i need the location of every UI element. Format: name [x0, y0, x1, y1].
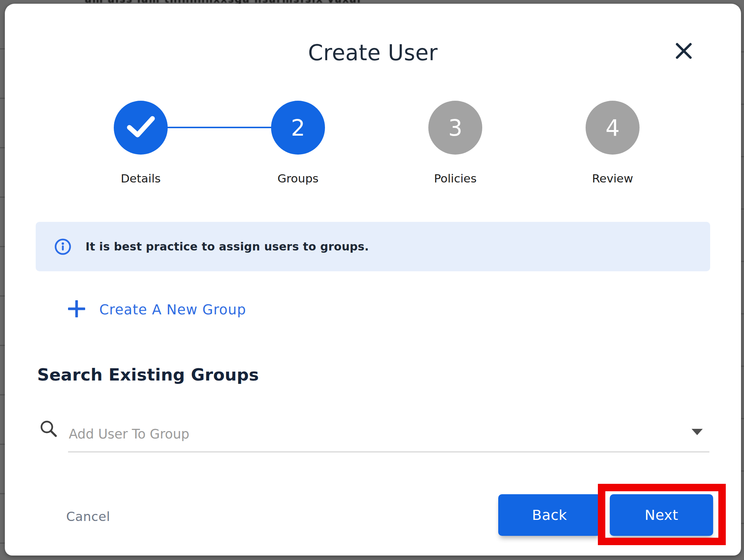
step-label: Policies	[434, 172, 477, 185]
info-banner-text: It is best practice to assign users to g…	[86, 240, 369, 253]
step-number: 3	[448, 115, 462, 141]
step-details-circle	[114, 101, 168, 155]
step-details[interactable]: Details	[62, 101, 219, 185]
stepper: Details 2 Groups 3 Policies 4 Review	[62, 101, 691, 185]
step-label: Groups	[277, 172, 319, 185]
create-new-group-link[interactable]: Create A New Group	[68, 300, 246, 319]
info-icon	[54, 238, 71, 255]
create-user-modal: Create User Details	[5, 4, 741, 556]
caret-down-icon[interactable]	[692, 429, 703, 435]
search-existing-groups-heading: Search Existing Groups	[37, 365, 259, 385]
background-page-left-edge	[0, 0, 5, 560]
step-groups-circle: 2	[271, 101, 325, 155]
step-groups[interactable]: 2 Groups	[219, 101, 377, 185]
step-review-circle: 4	[586, 101, 640, 155]
step-label: Details	[121, 172, 161, 185]
screen: am aiss lam thinnnnxxsga hsarmsfsix vaxa…	[0, 0, 744, 560]
back-button[interactable]: Back	[498, 494, 601, 536]
step-policies[interactable]: 3 Policies	[377, 101, 534, 185]
step-number: 4	[605, 115, 619, 141]
step-label: Review	[592, 172, 633, 185]
create-new-group-label: Create A New Group	[99, 302, 246, 318]
info-banner: It is best practice to assign users to g…	[36, 222, 710, 271]
plus-icon	[68, 300, 85, 319]
add-user-to-group-input[interactable]	[68, 421, 679, 447]
cancel-button[interactable]: Cancel	[66, 509, 110, 524]
step-review[interactable]: 4 Review	[534, 101, 691, 185]
background-page-right-edge	[741, 0, 744, 560]
close-button[interactable]	[673, 41, 694, 62]
group-search-field	[68, 417, 709, 453]
step-number: 2	[291, 115, 305, 141]
step-policies-circle: 3	[428, 101, 482, 155]
next-button[interactable]: Next	[610, 494, 713, 536]
modal-title: Create User	[5, 40, 741, 65]
close-icon	[675, 42, 692, 61]
check-icon	[126, 116, 155, 140]
search-icon	[39, 419, 58, 440]
